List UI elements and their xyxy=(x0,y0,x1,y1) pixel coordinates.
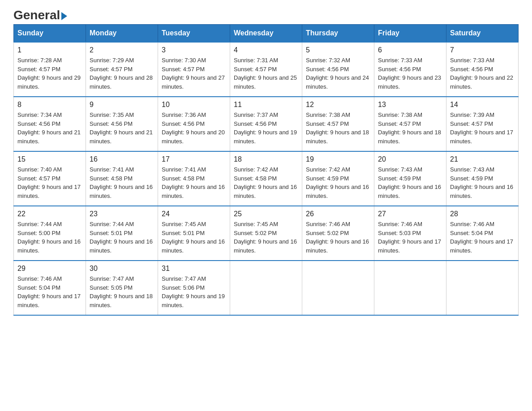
day-info: Sunrise: 7:46 AMSunset: 5:02 PMDaylight:… xyxy=(306,221,369,254)
col-header-thursday: Thursday xyxy=(302,25,374,43)
week-row-5: 29 Sunrise: 7:46 AMSunset: 5:04 PMDaylig… xyxy=(14,261,519,315)
col-header-sunday: Sunday xyxy=(14,25,86,43)
day-info: Sunrise: 7:38 AMSunset: 4:57 PMDaylight:… xyxy=(378,111,441,145)
day-number: 14 xyxy=(450,101,515,109)
day-number: 8 xyxy=(17,101,82,109)
day-info: Sunrise: 7:46 AMSunset: 5:03 PMDaylight:… xyxy=(378,221,441,254)
day-info: Sunrise: 7:45 AMSunset: 5:01 PMDaylight:… xyxy=(162,221,225,254)
day-number: 3 xyxy=(162,46,226,54)
day-cell-21: 21 Sunrise: 7:43 AMSunset: 4:59 PMDaylig… xyxy=(446,151,519,206)
day-info: Sunrise: 7:29 AMSunset: 4:57 PMDaylight:… xyxy=(90,57,153,90)
day-info: Sunrise: 7:43 AMSunset: 4:59 PMDaylight:… xyxy=(378,166,441,199)
day-number: 10 xyxy=(162,101,226,109)
day-info: Sunrise: 7:30 AMSunset: 4:57 PMDaylight:… xyxy=(162,57,225,90)
day-cell-31: 31 Sunrise: 7:47 AMSunset: 5:06 PMDaylig… xyxy=(158,261,230,315)
day-cell-29: 29 Sunrise: 7:46 AMSunset: 5:04 PMDaylig… xyxy=(14,261,86,315)
day-number: 22 xyxy=(17,210,82,218)
day-number: 16 xyxy=(90,155,154,163)
day-cell-7: 7 Sunrise: 7:33 AMSunset: 4:56 PMDayligh… xyxy=(446,42,519,97)
day-cell-16: 16 Sunrise: 7:41 AMSunset: 4:58 PMDaylig… xyxy=(86,151,158,206)
day-cell-17: 17 Sunrise: 7:41 AMSunset: 4:58 PMDaylig… xyxy=(158,151,230,206)
day-number: 20 xyxy=(378,155,442,163)
page-header: General xyxy=(13,9,519,20)
day-info: Sunrise: 7:41 AMSunset: 4:58 PMDaylight:… xyxy=(162,166,225,199)
day-cell-15: 15 Sunrise: 7:40 AMSunset: 4:57 PMDaylig… xyxy=(14,151,86,206)
day-info: Sunrise: 7:35 AMSunset: 4:56 PMDaylight:… xyxy=(90,111,153,145)
day-number: 30 xyxy=(90,265,154,273)
day-info: Sunrise: 7:42 AMSunset: 4:58 PMDaylight:… xyxy=(234,166,297,199)
day-number: 17 xyxy=(162,155,226,163)
logo-line1: General xyxy=(13,9,67,21)
day-number: 7 xyxy=(450,46,515,54)
day-info: Sunrise: 7:47 AMSunset: 5:05 PMDaylight:… xyxy=(90,275,153,308)
empty-cell xyxy=(374,261,446,315)
day-info: Sunrise: 7:37 AMSunset: 4:56 PMDaylight:… xyxy=(234,111,297,145)
week-row-1: 1 Sunrise: 7:28 AMSunset: 4:57 PMDayligh… xyxy=(14,42,519,97)
day-cell-28: 28 Sunrise: 7:46 AMSunset: 5:04 PMDaylig… xyxy=(446,206,519,261)
day-cell-9: 9 Sunrise: 7:35 AMSunset: 4:56 PMDayligh… xyxy=(86,97,158,151)
day-info: Sunrise: 7:46 AMSunset: 5:04 PMDaylight:… xyxy=(17,275,81,308)
day-cell-3: 3 Sunrise: 7:30 AMSunset: 4:57 PMDayligh… xyxy=(158,42,230,97)
week-row-3: 15 Sunrise: 7:40 AMSunset: 4:57 PMDaylig… xyxy=(14,151,519,206)
day-info: Sunrise: 7:36 AMSunset: 4:56 PMDaylight:… xyxy=(162,111,225,145)
day-info: Sunrise: 7:33 AMSunset: 4:56 PMDaylight:… xyxy=(378,57,441,90)
col-header-tuesday: Tuesday xyxy=(158,25,230,43)
day-info: Sunrise: 7:43 AMSunset: 4:59 PMDaylight:… xyxy=(450,166,513,199)
day-info: Sunrise: 7:33 AMSunset: 4:56 PMDaylight:… xyxy=(450,57,513,90)
day-cell-20: 20 Sunrise: 7:43 AMSunset: 4:59 PMDaylig… xyxy=(374,151,446,206)
day-number: 5 xyxy=(306,46,370,54)
col-header-saturday: Saturday xyxy=(446,25,519,43)
day-number: 28 xyxy=(450,210,515,218)
day-cell-11: 11 Sunrise: 7:37 AMSunset: 4:56 PMDaylig… xyxy=(230,97,302,151)
day-info: Sunrise: 7:45 AMSunset: 5:02 PMDaylight:… xyxy=(234,221,297,254)
day-number: 27 xyxy=(378,210,442,218)
week-row-4: 22 Sunrise: 7:44 AMSunset: 5:00 PMDaylig… xyxy=(14,206,519,261)
day-number: 1 xyxy=(17,46,82,54)
day-info: Sunrise: 7:39 AMSunset: 4:57 PMDaylight:… xyxy=(450,111,513,145)
day-info: Sunrise: 7:46 AMSunset: 5:04 PMDaylight:… xyxy=(450,221,513,254)
day-info: Sunrise: 7:28 AMSunset: 4:57 PMDaylight:… xyxy=(17,57,81,90)
empty-cell xyxy=(446,261,519,315)
day-info: Sunrise: 7:31 AMSunset: 4:57 PMDaylight:… xyxy=(234,57,297,90)
day-cell-19: 19 Sunrise: 7:42 AMSunset: 4:59 PMDaylig… xyxy=(302,151,374,206)
day-number: 4 xyxy=(234,46,298,54)
day-info: Sunrise: 7:42 AMSunset: 4:59 PMDaylight:… xyxy=(306,166,369,199)
day-info: Sunrise: 7:44 AMSunset: 5:00 PMDaylight:… xyxy=(17,221,81,254)
day-number: 6 xyxy=(378,46,442,54)
col-header-friday: Friday xyxy=(374,25,446,43)
day-cell-6: 6 Sunrise: 7:33 AMSunset: 4:56 PMDayligh… xyxy=(374,42,446,97)
day-info: Sunrise: 7:47 AMSunset: 5:06 PMDaylight:… xyxy=(162,275,225,308)
day-cell-24: 24 Sunrise: 7:45 AMSunset: 5:01 PMDaylig… xyxy=(158,206,230,261)
day-cell-12: 12 Sunrise: 7:38 AMSunset: 4:57 PMDaylig… xyxy=(302,97,374,151)
day-number: 31 xyxy=(162,265,226,273)
day-cell-18: 18 Sunrise: 7:42 AMSunset: 4:58 PMDaylig… xyxy=(230,151,302,206)
day-info: Sunrise: 7:41 AMSunset: 4:58 PMDaylight:… xyxy=(90,166,153,199)
day-info: Sunrise: 7:32 AMSunset: 4:56 PMDaylight:… xyxy=(306,57,369,90)
day-cell-10: 10 Sunrise: 7:36 AMSunset: 4:56 PMDaylig… xyxy=(158,97,230,151)
day-info: Sunrise: 7:38 AMSunset: 4:57 PMDaylight:… xyxy=(306,111,369,145)
day-info: Sunrise: 7:34 AMSunset: 4:56 PMDaylight:… xyxy=(17,111,81,145)
day-number: 26 xyxy=(306,210,370,218)
day-cell-30: 30 Sunrise: 7:47 AMSunset: 5:05 PMDaylig… xyxy=(86,261,158,315)
col-header-wednesday: Wednesday xyxy=(230,25,302,43)
day-cell-14: 14 Sunrise: 7:39 AMSunset: 4:57 PMDaylig… xyxy=(446,97,519,151)
col-header-monday: Monday xyxy=(86,25,158,43)
day-cell-26: 26 Sunrise: 7:46 AMSunset: 5:02 PMDaylig… xyxy=(302,206,374,261)
day-number: 15 xyxy=(17,155,82,163)
day-number: 18 xyxy=(234,155,298,163)
day-number: 9 xyxy=(90,101,154,109)
day-number: 25 xyxy=(234,210,298,218)
day-number: 23 xyxy=(90,210,154,218)
day-cell-13: 13 Sunrise: 7:38 AMSunset: 4:57 PMDaylig… xyxy=(374,97,446,151)
day-cell-4: 4 Sunrise: 7:31 AMSunset: 4:57 PMDayligh… xyxy=(230,42,302,97)
day-number: 19 xyxy=(306,155,370,163)
day-cell-27: 27 Sunrise: 7:46 AMSunset: 5:03 PMDaylig… xyxy=(374,206,446,261)
day-number: 13 xyxy=(378,101,442,109)
empty-cell xyxy=(302,261,374,315)
day-number: 29 xyxy=(17,265,82,273)
header-row: SundayMondayTuesdayWednesdayThursdayFrid… xyxy=(14,25,519,43)
day-cell-23: 23 Sunrise: 7:44 AMSunset: 5:01 PMDaylig… xyxy=(86,206,158,261)
calendar-table: SundayMondayTuesdayWednesdayThursdayFrid… xyxy=(13,24,519,316)
day-cell-22: 22 Sunrise: 7:44 AMSunset: 5:00 PMDaylig… xyxy=(14,206,86,261)
day-number: 21 xyxy=(450,155,515,163)
